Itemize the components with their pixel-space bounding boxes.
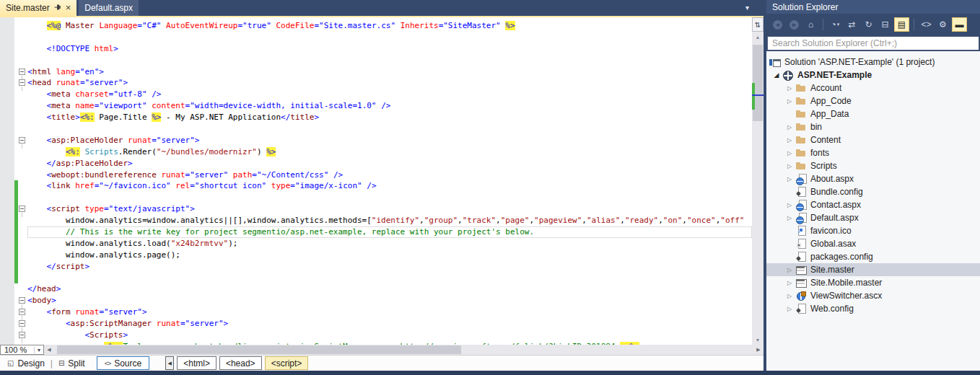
code-line-text[interactable]: <asp:ScriptManager runat="server"> [27, 318, 752, 330]
code-line-text[interactable]: <form runat="server"> [27, 306, 752, 318]
expander-collapsed-icon[interactable]: ▷ [784, 137, 795, 144]
sync-with-active-document-icon[interactable]: ⇄ [844, 17, 859, 32]
code-line[interactable]: <Scripts> [0, 330, 752, 341]
open-documents-dropdown-icon[interactable]: ▾ [745, 4, 749, 12]
code-line[interactable]: </script> [0, 261, 752, 273]
collapse-region-toggle[interactable] [18, 295, 27, 306]
code-line-text[interactable]: <html lang="en"> [27, 66, 752, 78]
source-view-button[interactable]: <> Source [97, 356, 150, 370]
code-line[interactable] [0, 32, 752, 43]
zoom-dropdown-icon[interactable]: ▾ [34, 347, 43, 353]
code-line-text[interactable]: <script type="text/javascript"> [27, 203, 752, 215]
forward-icon[interactable]: ► [787, 17, 802, 32]
expander-collapsed-icon[interactable]: ▷ [784, 293, 795, 299]
code-line[interactable]: <meta charset="utf-8" /> [0, 89, 752, 100]
code-line-text[interactable]: <!DOCTYPE html> [27, 43, 752, 55]
code-line-text[interactable]: <%: Scripts.Render("~/bundles/modernizr"… [27, 146, 752, 158]
pending-changes-filter-icon[interactable]: ◔▾ [828, 17, 843, 32]
document-tab-site-master[interactable]: Site.master× [0, 0, 76, 16]
split-view-button[interactable]: ⊟ Split [54, 358, 89, 369]
code-line[interactable]: <%: Scripts.Render("~/bundles/modernizr"… [0, 146, 752, 158]
code-line-text[interactable]: window.analytics=window.analytics||[],wi… [27, 215, 752, 226]
code-line[interactable]: window.analytics=window.analytics||[],wi… [0, 215, 752, 226]
code-line-text[interactable] [27, 192, 752, 203]
code-line[interactable]: <html lang="en"> [0, 66, 752, 78]
collapse-region-toggle[interactable] [18, 66, 27, 78]
code-line-text[interactable] [27, 273, 752, 284]
vertical-scroll-track[interactable] [752, 42, 764, 335]
code-line[interactable] [0, 192, 752, 203]
zoom-level-select[interactable]: 100 % ▾ [0, 345, 44, 355]
expander-collapsed-icon[interactable]: ▷ [784, 202, 795, 208]
expander-collapsed-icon[interactable]: ▷ [784, 85, 795, 92]
tree-item-site-master[interactable]: ▷Site.master [766, 263, 980, 276]
code-line[interactable]: <asp:PlaceHolder runat="server"> [0, 135, 752, 146]
expander-collapsed-icon[interactable]: ▷ [784, 215, 795, 221]
refresh-icon[interactable]: ↻ [861, 17, 876, 32]
code-line[interactable]: <!DOCTYPE html> [0, 43, 752, 55]
code-editor[interactable]: <%@ Master Language="C#" AutoEventWireup… [0, 17, 764, 345]
tree-item-fonts[interactable]: ▷fonts [766, 146, 980, 159]
code-line-text[interactable]: </script> [27, 261, 752, 273]
expander-collapsed-icon[interactable]: ▷ [784, 267, 795, 273]
collapse-all-icon[interactable]: ⊟ [878, 17, 893, 32]
tree-item-web-config[interactable]: ▷Web.config [766, 302, 980, 315]
horizontal-scroll-track[interactable] [54, 345, 753, 355]
code-line[interactable]: <head runat="server"> [0, 77, 752, 89]
home-icon[interactable]: ⌂ [803, 17, 818, 32]
tree-item-about-aspx[interactable]: ▷About.aspx [766, 172, 980, 185]
code-line-text[interactable]: window.analytics.load("x24b2rmtvv"); [27, 238, 752, 250]
tree-item-global-asax[interactable]: Global.asax [766, 237, 980, 250]
code-line[interactable]: <body> [0, 295, 752, 306]
code-line-text[interactable]: // This is the write key for project seg… [27, 226, 752, 238]
code-line-text[interactable]: <webopt:bundlereference runat="server" p… [27, 169, 752, 181]
tree-item-packages-config[interactable]: packages.config [766, 250, 980, 263]
expander-collapsed-icon[interactable]: ▷ [784, 150, 795, 156]
code-line-text[interactable]: <meta charset="utf-8" /> [27, 89, 752, 100]
tree-item-app-data[interactable]: App_Data [766, 107, 980, 120]
tree-item-content[interactable]: ▷Content [766, 133, 980, 146]
tree-item-bundle-config[interactable]: Bundle.config [766, 185, 980, 198]
expander-collapsed-icon[interactable]: ▷ [784, 306, 795, 312]
code-line-text[interactable] [27, 55, 752, 66]
scroll-right-icon[interactable]: ▶ [753, 345, 764, 355]
tree-item-app-code[interactable]: ▷App_Code [766, 94, 980, 107]
breadcrumb-script-button[interactable]: <script> [265, 356, 309, 370]
code-line[interactable]: <link href="~/favicon.ico" rel="shortcut… [0, 180, 752, 192]
code-line-text[interactable] [27, 123, 752, 135]
tree-item-solution-asp-net-example-1-project-[interactable]: Solution 'ASP.NET-Example' (1 project) [766, 56, 980, 69]
pin-icon[interactable] [54, 3, 61, 13]
tree-item-site-mobile-master[interactable]: ▷Site.Mobile.master [766, 276, 980, 289]
breadcrumb-html-button[interactable]: <html> [177, 356, 216, 370]
code-line[interactable]: </head> [0, 283, 752, 295]
show-all-files-icon[interactable]: ▤ [894, 17, 909, 32]
properties-wrench-icon[interactable]: ⚙ [935, 17, 950, 32]
preview-selected-items-icon[interactable]: ▬ [952, 17, 967, 32]
document-tab-default-aspx[interactable]: Default.aspx [79, 0, 139, 16]
code-line-text[interactable]: <head runat="server"> [27, 77, 752, 89]
code-line[interactable] [0, 55, 752, 66]
scroll-left-icon[interactable]: ◀ [44, 345, 54, 355]
code-line-text[interactable]: </head> [27, 283, 752, 295]
collapse-region-toggle[interactable] [18, 330, 27, 341]
code-lines-area[interactable]: <%@ Master Language="C#" AutoEventWireup… [0, 17, 752, 345]
code-line[interactable]: // This is the write key for project seg… [0, 226, 752, 238]
collapse-region-toggle[interactable] [18, 77, 27, 89]
code-line[interactable]: <form runat="server"> [0, 306, 752, 318]
code-line-text[interactable]: <Scripts> [27, 330, 752, 341]
tree-item-asp-net-example[interactable]: ◢ASP.NET-Example [766, 69, 980, 81]
code-line[interactable]: window.analytics.load("x24b2rmtvv"); [0, 238, 752, 250]
editor-vertical-scrollbar[interactable]: ⇅ ▲ ▼ [752, 17, 764, 345]
scroll-down-icon[interactable]: ▼ [752, 335, 764, 345]
expander-collapsed-icon[interactable]: ▷ [784, 163, 795, 169]
code-line-text[interactable]: <title><%: Page.Title %> - My ASP.NET Ap… [27, 112, 752, 123]
view-code-icon[interactable]: <> [919, 17, 934, 32]
code-line-text[interactable]: <asp:PlaceHolder runat="server"> [27, 135, 752, 146]
code-line[interactable]: <title><%: Page.Title %> - My ASP.NET Ap… [0, 112, 752, 123]
tree-item-bin[interactable]: ▷bin [766, 120, 980, 133]
breadcrumb-scroll-left-button[interactable]: ◀ [165, 356, 174, 370]
code-line-text[interactable]: </asp:PlaceHolder> [27, 158, 752, 169]
code-line-text[interactable]: <body> [27, 295, 752, 306]
code-line-text[interactable]: window.analytics.page(); [27, 250, 752, 261]
design-view-button[interactable]: ◱ Design [3, 358, 49, 369]
